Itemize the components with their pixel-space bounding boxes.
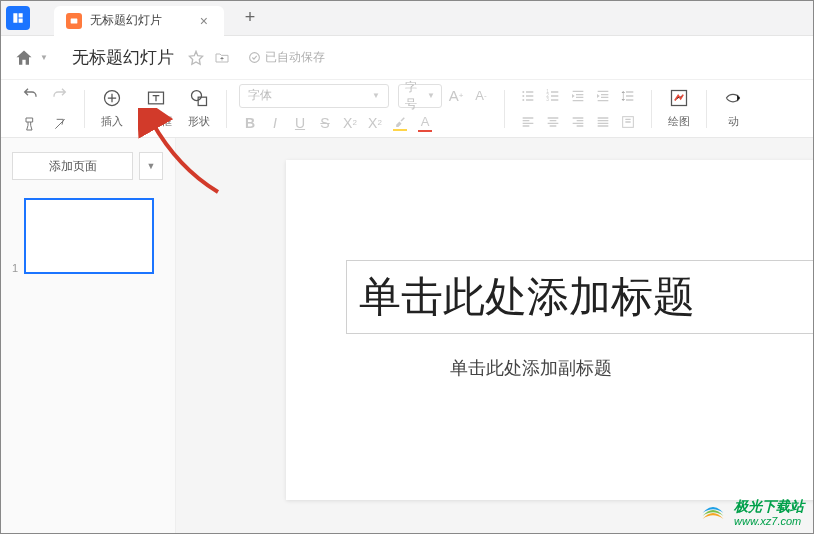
watermark-url: www.xz7.com — [734, 515, 804, 527]
star-icon[interactable] — [188, 50, 204, 66]
close-icon[interactable]: × — [196, 13, 212, 29]
app-logo[interactable] — [0, 0, 36, 36]
increase-font-icon[interactable]: A+ — [445, 85, 467, 107]
svg-point-8 — [522, 99, 524, 101]
watermark: 极光下载站 www.xz7.com — [698, 498, 804, 528]
add-tab-button[interactable]: + — [236, 4, 264, 32]
slide-title-placeholder[interactable]: 单击此处添加标题 — [346, 260, 814, 334]
chevron-down-icon: ▼ — [372, 91, 380, 100]
svg-point-6 — [522, 91, 524, 93]
svg-point-1 — [250, 53, 260, 63]
font-size-select[interactable]: 字号 ▼ — [398, 84, 442, 108]
number-list-icon[interactable]: 123 — [542, 85, 564, 107]
workspace: 添加页面 ▼ 1 单击此处添加标题 单击此处添加副标题 — [0, 138, 814, 534]
font-color-icon[interactable]: A — [414, 112, 436, 134]
align-left-icon[interactable] — [517, 111, 539, 133]
tab-title: 无标题幻灯片 — [90, 12, 196, 29]
slide-thumbnail[interactable] — [24, 198, 154, 274]
tab-bar: 无标题幻灯片 × + — [0, 0, 814, 36]
svg-text:3: 3 — [546, 97, 549, 102]
font-family-select[interactable]: 字体 ▼ — [239, 84, 389, 108]
vertical-align-icon[interactable] — [617, 111, 639, 133]
drawing-button[interactable]: 绘图 — [660, 88, 698, 129]
add-slide-button[interactable]: 添加页面 — [12, 152, 133, 180]
save-status: 已自动保存 — [248, 49, 325, 66]
underline-icon[interactable]: U — [289, 112, 311, 134]
slide-subtitle-placeholder[interactable]: 单击此处添加副标题 — [346, 356, 796, 380]
clear-format-icon[interactable] — [50, 114, 70, 134]
decrease-font-icon[interactable]: A- — [470, 85, 492, 107]
highlight-color-icon[interactable] — [389, 112, 411, 134]
svg-point-7 — [522, 95, 524, 97]
canvas[interactable]: 单击此处添加标题 单击此处添加副标题 — [176, 138, 814, 534]
slide[interactable]: 单击此处添加标题 单击此处添加副标题 — [286, 160, 814, 500]
watermark-logo — [698, 498, 728, 528]
svg-point-4 — [192, 91, 202, 101]
document-tab[interactable]: 无标题幻灯片 × — [54, 6, 224, 36]
shapes-button[interactable]: 形状 — [180, 88, 218, 129]
svg-rect-0 — [71, 18, 78, 23]
format-painter-icon[interactable] — [20, 114, 40, 134]
strikethrough-icon[interactable]: S — [314, 112, 336, 134]
slides-icon — [66, 13, 82, 29]
align-right-icon[interactable] — [567, 111, 589, 133]
increase-indent-icon[interactable] — [592, 85, 614, 107]
add-slide-dropdown[interactable]: ▼ — [139, 152, 163, 180]
svg-rect-5 — [198, 97, 206, 105]
superscript-icon[interactable]: X2 — [339, 112, 361, 134]
home-icon[interactable] — [14, 48, 34, 68]
insert-button[interactable]: 插入 — [93, 88, 131, 129]
folder-icon[interactable] — [214, 50, 230, 66]
textbox-button[interactable]: 文本框 — [131, 88, 180, 129]
bullet-list-icon[interactable] — [517, 85, 539, 107]
align-center-icon[interactable] — [542, 111, 564, 133]
italic-icon[interactable]: I — [264, 112, 286, 134]
watermark-name: 极光下载站 — [734, 499, 804, 514]
motion-button[interactable]: 动 — [715, 88, 743, 129]
line-spacing-icon[interactable] — [617, 85, 639, 107]
document-title[interactable]: 无标题幻灯片 — [72, 46, 174, 69]
subscript-icon[interactable]: X2 — [364, 112, 386, 134]
redo-icon[interactable] — [50, 84, 70, 104]
slide-thumbnail-item[interactable]: 1 — [12, 198, 163, 274]
slide-number: 1 — [12, 262, 18, 274]
chevron-down-icon[interactable]: ▼ — [40, 53, 48, 62]
undo-icon[interactable] — [20, 84, 40, 104]
bold-icon[interactable]: B — [239, 112, 261, 134]
toolbar: 插入 文本框 形状 字体 ▼ 字号 ▼ A+ A- B I U S X2 — [0, 80, 814, 138]
title-bar: ▼ 无标题幻灯片 已自动保存 — [0, 36, 814, 80]
decrease-indent-icon[interactable] — [567, 85, 589, 107]
align-justify-icon[interactable] — [592, 111, 614, 133]
slide-panel: 添加页面 ▼ 1 — [0, 138, 176, 534]
chevron-down-icon: ▼ — [427, 91, 435, 100]
